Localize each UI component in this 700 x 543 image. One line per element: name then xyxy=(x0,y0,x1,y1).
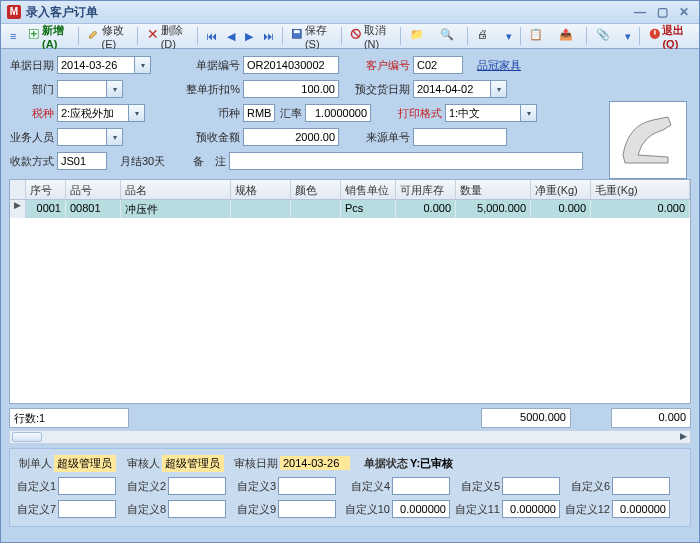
scroll-right-icon[interactable]: ▶ xyxy=(677,431,689,443)
tax-label: 税种 xyxy=(9,106,57,121)
cell-net[interactable]: 0.000 xyxy=(531,200,591,218)
paymode-input[interactable] xyxy=(57,152,107,170)
c5-input[interactable] xyxy=(502,477,560,495)
tax-input[interactable] xyxy=(57,104,129,122)
c7-input[interactable] xyxy=(58,500,116,518)
prepay-label: 预收金额 xyxy=(123,130,243,145)
c1-label: 自定义1 xyxy=(14,479,56,494)
discount-input[interactable] xyxy=(243,80,339,98)
dept-input[interactable] xyxy=(57,80,107,98)
c10-input[interactable] xyxy=(392,500,450,518)
horizontal-scrollbar[interactable]: ▶ xyxy=(9,430,691,444)
printfmt-input[interactable] xyxy=(445,104,521,122)
cell-gross[interactable]: 0.000 xyxy=(591,200,690,218)
c9-label: 自定义9 xyxy=(228,502,276,517)
col-item-no[interactable]: 品号 xyxy=(66,180,121,199)
c6-input[interactable] xyxy=(612,477,670,495)
c4-input[interactable] xyxy=(392,477,450,495)
cust-no-input[interactable] xyxy=(413,56,463,74)
exit-button[interactable]: 退出(Q) xyxy=(644,20,695,53)
col-unit[interactable]: 销售单位 xyxy=(341,180,396,199)
paymode-label: 收款方式 xyxy=(9,154,57,169)
tool1-button[interactable]: 📁 xyxy=(405,25,433,47)
print-button[interactable]: 🖨 xyxy=(472,25,500,47)
c3-input[interactable] xyxy=(278,477,336,495)
delete-button[interactable]: 删除(D) xyxy=(142,20,193,53)
c1-input[interactable] xyxy=(58,477,116,495)
col-qty[interactable]: 数量 xyxy=(456,180,531,199)
menu-button[interactable]: ≡ xyxy=(5,27,21,45)
rate-input[interactable] xyxy=(305,104,371,122)
sales-dd-icon[interactable]: ▾ xyxy=(107,128,123,146)
sum-qty: 5000.000 xyxy=(481,408,571,428)
prepay-input[interactable] xyxy=(243,128,339,146)
col-spec[interactable]: 规格 xyxy=(231,180,291,199)
attach-button[interactable]: 📎 xyxy=(591,25,619,47)
maker-label: 制单人 xyxy=(14,456,52,471)
add-button[interactable]: 新增(A) xyxy=(23,20,74,53)
row-indicator: ▶ xyxy=(10,200,26,218)
c8-input[interactable] xyxy=(168,500,226,518)
c12-label: 自定义12 xyxy=(562,502,610,517)
table-row[interactable]: ▶ 0001 00801 冲压件 Pcs 0.000 5,000.000 0.0… xyxy=(10,200,690,218)
col-net[interactable]: 净重(Kg) xyxy=(531,180,591,199)
export-button[interactable]: 📤 xyxy=(554,25,582,47)
minimize-button[interactable]: — xyxy=(631,5,649,19)
nav-first-button[interactable]: ⏮ xyxy=(202,27,221,45)
product-image xyxy=(609,101,687,179)
dept-dd-icon[interactable]: ▾ xyxy=(107,80,123,98)
order-date-input[interactable] xyxy=(57,56,135,74)
attach-dd-button[interactable]: ▾ xyxy=(621,27,635,46)
row-count: 行数:1 xyxy=(9,408,129,428)
src-input[interactable] xyxy=(413,128,507,146)
cell-stock[interactable]: 0.000 xyxy=(396,200,456,218)
save-button[interactable]: 保存(S) xyxy=(286,20,336,53)
cell-color[interactable] xyxy=(291,200,341,218)
sum-weight: 0.000 xyxy=(611,408,691,428)
c12-input[interactable] xyxy=(612,500,670,518)
remark-input[interactable] xyxy=(229,152,583,170)
cell-spec[interactable] xyxy=(231,200,291,218)
currency-input[interactable] xyxy=(243,104,275,122)
nav-prev-button[interactable]: ◀ xyxy=(223,27,239,46)
cust-name-link[interactable]: 品冠家具 xyxy=(477,58,521,73)
scrollbar-thumb[interactable] xyxy=(12,432,42,442)
date-picker-icon[interactable]: ▾ xyxy=(135,56,151,74)
col-gross[interactable]: 毛重(Kg) xyxy=(591,180,690,199)
col-stock[interactable]: 可用库存 xyxy=(396,180,456,199)
copy-button[interactable]: 📋 xyxy=(524,25,552,47)
c9-input[interactable] xyxy=(278,500,336,518)
nav-last-button[interactable]: ⏭ xyxy=(259,27,278,45)
print-icon: 🖨 xyxy=(477,28,493,44)
printfmt-dd-icon[interactable]: ▾ xyxy=(521,104,537,122)
sales-input[interactable] xyxy=(57,128,107,146)
nav-next-button[interactable]: ▶ xyxy=(241,27,257,46)
c2-label: 自定义2 xyxy=(118,479,166,494)
maximize-button[interactable]: ▢ xyxy=(653,5,671,19)
predeliv-dd-icon[interactable]: ▾ xyxy=(491,80,507,98)
checker-label: 审核人 xyxy=(118,456,160,471)
predeliv-input[interactable] xyxy=(413,80,491,98)
col-seq[interactable]: 序号 xyxy=(26,180,66,199)
sales-label: 业务人员 xyxy=(9,130,57,145)
tax-dd-icon[interactable]: ▾ xyxy=(129,104,145,122)
close-button[interactable]: ✕ xyxy=(675,5,693,19)
cell-item-no[interactable]: 00801 xyxy=(66,200,121,218)
cell-seq[interactable]: 0001 xyxy=(26,200,66,218)
grid-header: 序号 品号 品名 规格 颜色 销售单位 可用库存 数量 净重(Kg) 毛重(Kg… xyxy=(10,180,690,200)
discount-label: 整单折扣% xyxy=(123,82,243,97)
cancel-button[interactable]: 取消(N) xyxy=(345,20,396,53)
c11-input[interactable] xyxy=(502,500,560,518)
edit-button[interactable]: 修改(E) xyxy=(83,20,133,53)
col-color[interactable]: 颜色 xyxy=(291,180,341,199)
c2-input[interactable] xyxy=(168,477,226,495)
cell-item-name[interactable]: 冲压件 xyxy=(121,200,231,218)
col-item-name[interactable]: 品名 xyxy=(121,180,231,199)
c5-label: 自定义5 xyxy=(452,479,500,494)
cell-qty[interactable]: 5,000.000 xyxy=(456,200,531,218)
order-no-input[interactable] xyxy=(243,56,339,74)
tool2-button[interactable]: 🔍 xyxy=(435,25,463,47)
cell-unit[interactable]: Pcs xyxy=(341,200,396,218)
print-dd-button[interactable]: ▾ xyxy=(502,27,516,46)
src-label: 来源单号 xyxy=(339,130,413,145)
